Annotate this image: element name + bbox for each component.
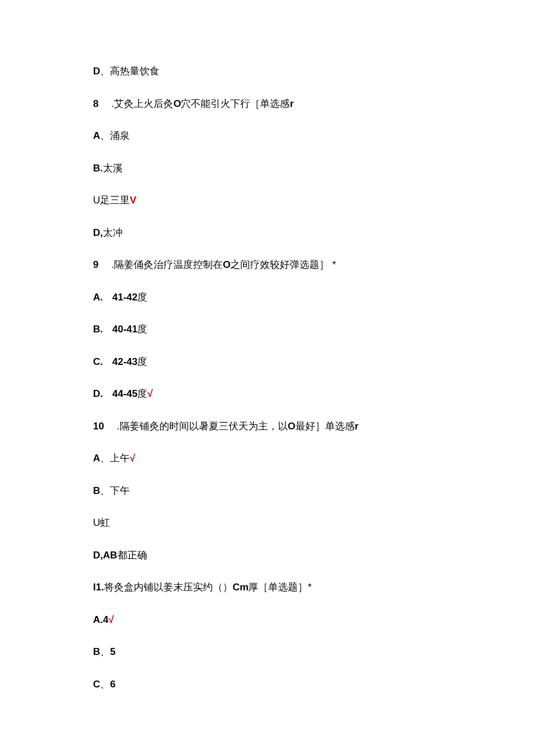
stem-blank: O: [173, 98, 181, 109]
option-text: 都正确: [117, 550, 147, 561]
option-sep: 、: [100, 66, 110, 77]
stem-text: 厚［单选题］*: [248, 582, 312, 593]
option-label: A.: [93, 292, 103, 303]
option-unit: 度: [137, 324, 147, 335]
option-value: 44-45: [112, 388, 137, 399]
q9-option-a: A.41-42度: [93, 290, 442, 305]
option-label: B.: [93, 324, 103, 335]
option-label: B.: [93, 163, 103, 174]
option-value: 42-43: [112, 356, 137, 367]
check-icon: √: [147, 388, 152, 399]
option-text: 涌泉: [110, 130, 130, 141]
option-label: D: [93, 66, 100, 77]
option-sep: 、: [100, 485, 110, 496]
option-label: A.4: [93, 614, 108, 625]
q8-option-d: D,太冲: [93, 225, 442, 241]
check-icon: √: [108, 614, 113, 625]
option-text: 6: [110, 679, 115, 690]
q11-option-a: A.4√: [93, 612, 442, 628]
stem-blank: O: [223, 259, 230, 270]
option-unit: 度: [137, 292, 147, 303]
stem-text: .隔姜铺灸的时间以暑夏三伏天为主，以: [117, 421, 288, 432]
check-icon: √: [130, 453, 135, 464]
option-label: B: [93, 646, 100, 657]
option-unit: 度: [137, 356, 147, 367]
stem-end: r: [290, 98, 294, 109]
option-text: U虹: [93, 517, 110, 528]
option-label: A: [93, 453, 100, 464]
q10-option-a: A、上午√: [93, 451, 442, 466]
q11-option-b: B、5: [93, 644, 442, 660]
stem-text: .艾灸上火后灸: [111, 98, 173, 109]
q10-option-b: B、下午: [93, 483, 442, 499]
option-label: D,: [93, 227, 103, 238]
q9-stem: 9.隔姜俑灸治疗温度控制在O之间疗效较好弹选题］ *: [93, 257, 442, 273]
question-number: 10: [93, 421, 104, 432]
check-icon: V: [130, 195, 136, 206]
stem-end: r: [355, 421, 359, 432]
q8-option-b: B.太溪: [93, 161, 442, 176]
option-value: 40-41: [112, 324, 137, 335]
q11-option-c: C、6: [93, 677, 442, 692]
stem-text: 将灸盒内铺以姜末压实约（）: [104, 582, 233, 593]
question-number: 9: [93, 259, 98, 270]
stem-mid: Cm: [233, 582, 248, 593]
q8-option-c: U足三里V: [93, 193, 442, 208]
option-label: C.: [93, 356, 103, 367]
option-text: U足三里: [93, 195, 130, 206]
q11-stem: I1.将灸盒内铺以姜末压实约（）Cm厚［单选题］*: [93, 580, 442, 595]
option-text: 太溪: [103, 163, 123, 174]
q8-stem: 8.艾灸上火后灸O穴不能引火下行［单选感r: [93, 96, 442, 112]
option-text: 5: [110, 646, 115, 657]
option-label: D.: [93, 388, 103, 399]
stem-text: 之间疗效较好弹选题］ *: [230, 259, 336, 270]
option-text: 上午: [110, 453, 130, 464]
q9-option-d: D.44-45度√: [93, 386, 442, 402]
stem-blank: O: [288, 421, 295, 432]
question-number: I1.: [93, 582, 104, 593]
option-text: 太冲: [103, 227, 123, 238]
stem-text: 最好］单选感: [295, 421, 355, 432]
q9-option-c: C.42-43度: [93, 354, 442, 370]
option-value: 41-42: [112, 292, 137, 303]
option-sep: 、: [100, 646, 110, 657]
stem-text: 穴不能引火下行［单选感: [181, 98, 290, 109]
question-number: 8: [93, 98, 98, 109]
option-label: C: [93, 679, 100, 690]
option-label: A: [93, 130, 100, 141]
option-unit: 度: [137, 388, 147, 399]
q10-stem: 10.隔姜铺灸的时间以暑夏三伏天为主，以O最好］单选感r: [93, 419, 442, 434]
q9-option-b: B.40-41度: [93, 322, 442, 337]
q10-option-c: U虹: [93, 515, 442, 531]
option-text: 高热量饮食: [110, 66, 159, 77]
q10-option-d: D,AB都正确: [93, 548, 442, 563]
q7-option-d: D、高热量饮食: [93, 64, 442, 79]
option-sep: 、: [100, 130, 110, 141]
option-sep: 、: [100, 453, 110, 464]
stem-text: .隔姜俑灸治疗温度控制在: [111, 259, 223, 270]
option-label: B: [93, 485, 100, 496]
q8-option-a: A、涌泉: [93, 128, 442, 144]
option-sep: 、: [100, 679, 110, 690]
option-label: D,AB: [93, 550, 117, 561]
option-text: 下午: [110, 485, 130, 496]
